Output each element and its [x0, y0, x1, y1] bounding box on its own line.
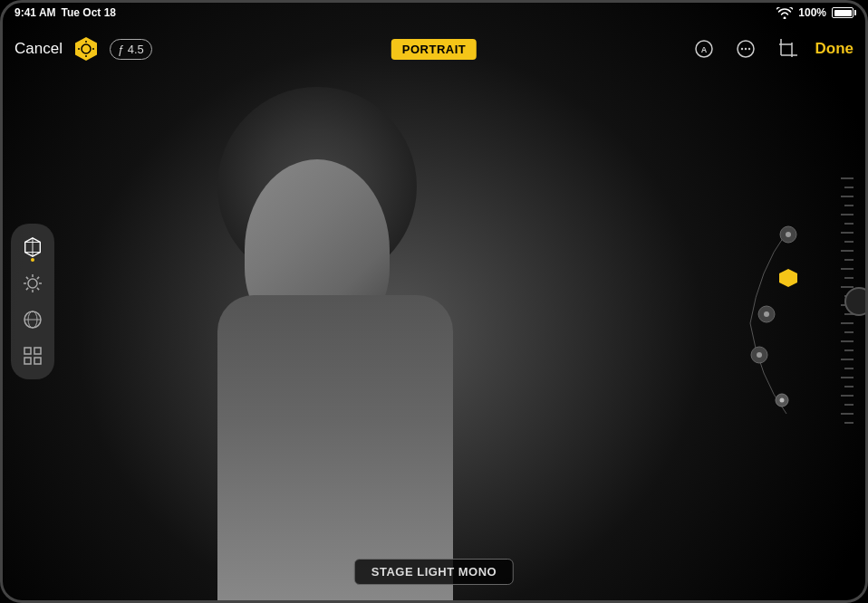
svg-line-25 — [26, 277, 28, 279]
hexagon-icon — [73, 36, 99, 62]
lighting-arc-connector — [732, 215, 823, 432]
status-right: 100% — [776, 6, 854, 19]
ellipsis-icon — [736, 39, 756, 59]
battery-tip — [854, 10, 856, 15]
portrait-light-button[interactable] — [73, 36, 99, 62]
status-date: Tue Oct 18 — [62, 6, 116, 19]
toolbar-center: PORTRAIT — [391, 41, 477, 57]
battery-icon — [832, 7, 854, 18]
portrait-badge[interactable]: PORTRAIT — [391, 39, 477, 60]
svg-point-20 — [28, 279, 37, 288]
svg-point-36 — [786, 232, 791, 237]
svg-rect-33 — [34, 348, 41, 354]
svg-line-26 — [37, 288, 39, 290]
light-button[interactable] — [16, 267, 49, 300]
auto-button[interactable]: A — [690, 35, 718, 62]
status-time: 9:41 AM — [14, 6, 56, 19]
battery-fill — [834, 10, 852, 16]
svg-point-37 — [764, 311, 769, 317]
geometry-button[interactable] — [16, 340, 49, 372]
home-button[interactable] — [844, 287, 868, 316]
svg-rect-34 — [24, 358, 31, 364]
svg-rect-32 — [24, 348, 31, 354]
battery-percent: 100% — [798, 6, 826, 19]
crop-icon — [777, 39, 797, 59]
grid-icon — [22, 345, 43, 367]
svg-line-27 — [37, 277, 39, 279]
done-button[interactable]: Done — [815, 40, 854, 58]
subject-body — [217, 295, 453, 603]
active-indicator — [31, 258, 34, 262]
aperture-badge[interactable]: ƒ 4.5 — [110, 39, 152, 60]
more-options-button[interactable] — [732, 35, 759, 62]
auto-icon: A — [694, 39, 714, 59]
lighting-opt2-active — [779, 269, 797, 287]
svg-point-39 — [780, 398, 785, 403]
color-button[interactable] — [16, 303, 49, 336]
toolbar-left: Cancel ƒ 4.5 — [14, 36, 152, 62]
cube-icon — [22, 236, 43, 258]
toolbar-right: A Done — [690, 35, 854, 62]
status-left: 9:41 AM Tue Oct 18 — [14, 6, 116, 19]
svg-point-38 — [757, 352, 762, 358]
subject-figure — [163, 60, 507, 603]
crop-button[interactable] — [774, 35, 801, 62]
svg-point-11 — [747, 48, 749, 50]
globe-icon — [22, 309, 43, 330]
wifi-icon — [776, 7, 793, 19]
lighting-mode-label: STAGE LIGHT MONO — [354, 559, 514, 585]
svg-point-10 — [744, 48, 746, 50]
sun-icon — [22, 273, 43, 294]
left-panel — [11, 224, 54, 379]
toolbar: Cancel ƒ 4.5 PORTRAIT A — [0, 25, 868, 72]
svg-text:A: A — [700, 45, 707, 54]
svg-rect-35 — [34, 358, 41, 364]
cancel-button[interactable]: Cancel — [14, 40, 63, 58]
status-bar: 9:41 AM Tue Oct 18 100% — [0, 0, 868, 25]
svg-point-9 — [740, 48, 742, 50]
svg-line-28 — [26, 288, 28, 290]
effects-button[interactable] — [16, 231, 49, 263]
